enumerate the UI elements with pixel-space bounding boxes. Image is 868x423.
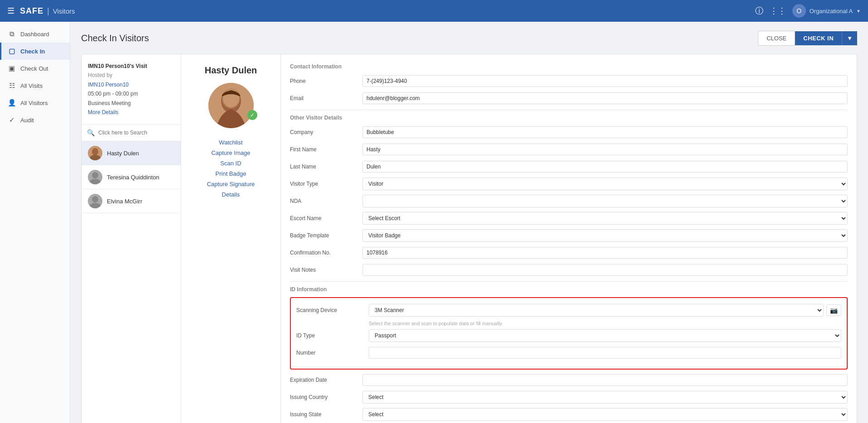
brand-logo: SAFE [20,6,43,16]
dashboard-icon: ⧉ [8,30,16,38]
all-visitors-icon: 👤 [8,99,16,107]
visitor-list-item-2[interactable]: Teresina Quiddinton [82,165,181,189]
visitor-name-3: Elvina McGirr [107,198,142,205]
sidebar-item-all-visitors[interactable]: 👤 All Visitors [0,94,70,111]
page-header: Check In Visitors CLOSE CHECK IN ▼ [81,31,857,46]
sidebar-item-all-visits-label: All Visits [20,82,43,89]
visitor-avatar-3 [88,194,102,208]
issuing-state-select[interactable]: Select [362,408,848,421]
confirmation-no-value [362,247,848,259]
issuing-state-label: Issuing State [290,411,362,418]
scan-button[interactable]: 📷 [826,304,841,316]
badge-template-row: Badge Template Visitor Badge [290,229,848,242]
issuing-state-row: Issuing State Select [290,408,848,421]
last-name-row: Last Name [290,160,848,173]
hosted-by-label: Hosted by [88,71,174,80]
user-menu[interactable]: O Organizational A ▼ [792,4,861,18]
top-navigation: ☰ SAFE | Visitors ⓘ ⋮⋮ O Organizational … [0,0,868,22]
expiration-date-input[interactable] [362,374,848,386]
badge-template-value: Visitor Badge [362,229,848,242]
visitor-type-value: Visitor [362,178,848,190]
first-name-value [362,144,848,155]
host-name-link[interactable]: IMN10 Person10 [88,82,129,88]
contact-section-header: Contact Information [290,63,848,70]
email-row: Email [290,91,848,105]
svg-point-4 [92,172,98,178]
number-input[interactable] [369,347,841,359]
layout: ⧉ Dashboard ▢ Check In ▣ Check Out ☷ All… [0,22,868,423]
visitor-type-select[interactable]: Visitor [362,178,848,190]
hamburger-menu-icon[interactable]: ☰ [7,6,14,16]
expiration-date-value [362,374,848,386]
badge-template-select[interactable]: Visitor Badge [362,229,848,242]
avatar: O [792,4,806,18]
user-name: Organizational A [810,8,853,14]
nda-select[interactable] [362,195,848,207]
escort-name-select[interactable]: Select Escort [362,212,848,225]
visitor-list-item-1[interactable]: Hasty Dulen [82,141,181,165]
info-icon[interactable]: ⓘ [755,5,763,16]
visitor-list-item-3[interactable]: Elvina McGirr [82,189,181,213]
email-value [362,92,848,104]
visit-notes-input[interactable] [362,264,848,276]
other-section-header: Other Visitor Details [290,115,848,121]
company-input[interactable] [362,126,848,138]
checkin-icon: ▢ [8,47,16,55]
issuing-country-select[interactable]: Select [362,391,848,404]
email-label: Email [290,95,362,101]
close-button[interactable]: CLOSE [758,31,795,46]
number-row: Number [296,346,841,360]
scan-id-link[interactable]: Scan ID [220,160,241,167]
capture-image-link[interactable]: Capture Image [211,149,250,156]
capture-signature-link[interactable]: Capture Signature [207,181,255,187]
last-name-label: Last Name [290,163,362,170]
scanning-device-row: Scanning Device 3M Scanner 📷 [296,303,841,317]
watchlist-link[interactable]: Watchlist [219,139,242,146]
sidebar-item-checkin[interactable]: ▢ Check In [0,43,70,60]
issuing-country-label: Issuing Country [290,394,362,400]
phone-row: Phone [290,74,848,88]
company-value [362,126,848,138]
audit-icon: ✓ [8,116,16,124]
search-icon: 🔍 [87,129,95,136]
id-section-header: ID Information [290,286,848,293]
first-name-input[interactable] [362,144,848,155]
id-type-row: ID Type Passport [296,329,841,342]
checkin-button[interactable]: CHECK IN [795,31,842,45]
sidebar-item-all-visits[interactable]: ☷ All Visits [0,77,70,94]
phone-label: Phone [290,78,362,84]
email-input[interactable] [362,92,848,104]
sidebar-item-audit[interactable]: ✓ Audit [0,111,70,129]
expiration-date-label: Expiration Date [290,377,362,383]
checkin-dropdown-button[interactable]: ▼ [842,31,857,45]
visitor-actions: Watchlist Capture Image Scan ID Print Ba… [207,139,255,198]
scanning-device-select[interactable]: 3M Scanner [369,304,824,317]
search-input[interactable] [98,130,175,136]
confirmation-no-input[interactable] [362,247,848,259]
id-type-value: Passport [369,329,841,342]
visit-title: IMN10 Person10's Visit [88,62,174,71]
details-link[interactable]: Details [222,191,240,198]
main-card: IMN10 Person10's Visit Hosted by IMN10 P… [81,54,857,423]
sidebar-item-checkout[interactable]: ▣ Check Out [0,60,70,77]
print-badge-link[interactable]: Print Badge [216,170,246,177]
id-type-select[interactable]: Passport [369,329,841,342]
id-type-label: ID Type [296,332,369,339]
sidebar-item-dashboard[interactable]: ⧉ Dashboard [0,25,70,43]
last-name-input[interactable] [362,161,848,173]
phone-input[interactable] [362,75,848,87]
more-details-link[interactable]: More Details [88,109,118,115]
escort-name-value: Select Escort [362,212,848,225]
issuing-state-value: Select [362,408,848,421]
grid-icon[interactable]: ⋮⋮ [770,6,786,16]
visit-info: IMN10 Person10's Visit Hosted by IMN10 P… [82,54,181,125]
page-title: Check In Visitors [81,33,149,43]
visit-type: Business Meeting [88,99,174,108]
left-panel: IMN10 Person10's Visit Hosted by IMN10 P… [82,54,181,423]
sidebar-item-checkin-label: Check In [20,48,45,55]
sidebar-item-dashboard-label: Dashboard [20,31,49,38]
escort-name-label: Escort Name [290,215,362,221]
visit-time: 05:00 pm - 09:00 pm [88,89,174,98]
scan-hint: Select the scanner and scan to populate … [369,321,841,326]
middle-panel: Hasty Dulen ✓ W [181,54,281,423]
